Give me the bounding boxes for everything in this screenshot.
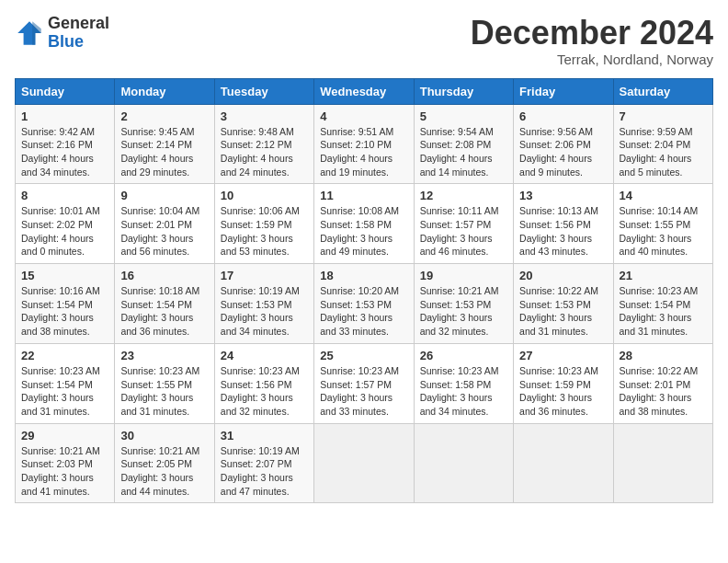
calendar-week-1: 1Sunrise: 9:42 AMSunset: 2:16 PMDaylight… bbox=[16, 104, 713, 184]
calendar-cell: 6Sunrise: 9:56 AMSunset: 2:06 PMDaylight… bbox=[514, 104, 613, 184]
day-info: Sunrise: 10:23 AMSunset: 1:57 PMDaylight… bbox=[320, 364, 407, 419]
day-info: Sunrise: 9:48 AMSunset: 2:12 PMDaylight:… bbox=[221, 125, 308, 179]
calendar-cell bbox=[613, 423, 712, 503]
day-info: Sunrise: 10:13 AMSunset: 1:56 PMDaylight… bbox=[519, 204, 607, 259]
day-number: 24 bbox=[221, 349, 308, 362]
day-number: 17 bbox=[221, 269, 308, 282]
calendar-cell: 5Sunrise: 9:54 AMSunset: 2:08 PMDaylight… bbox=[414, 104, 513, 184]
calendar-cell bbox=[414, 423, 513, 503]
day-info: Sunrise: 10:06 AMSunset: 1:59 PMDaylight… bbox=[221, 204, 308, 259]
page-header: General Blue December 2024 Terrak, Nordl… bbox=[15, 15, 713, 67]
day-number: 10 bbox=[221, 189, 308, 202]
day-info: Sunrise: 10:23 AMSunset: 1:54 PMDaylight… bbox=[21, 364, 108, 419]
calendar-cell: 20Sunrise: 10:22 AMSunset: 1:53 PMDaylig… bbox=[514, 264, 613, 344]
day-info: Sunrise: 10:14 AMSunset: 1:55 PMDaylight… bbox=[620, 204, 707, 259]
calendar-cell: 29Sunrise: 10:21 AMSunset: 2:03 PMDaylig… bbox=[16, 423, 115, 503]
calendar-week-3: 15Sunrise: 10:16 AMSunset: 1:54 PMDaylig… bbox=[16, 264, 713, 344]
calendar-cell: 19Sunrise: 10:21 AMSunset: 1:53 PMDaylig… bbox=[414, 264, 513, 344]
day-number: 4 bbox=[320, 109, 407, 123]
day-number: 19 bbox=[420, 269, 507, 282]
calendar-table: SundayMondayTuesdayWednesdayThursdayFrid… bbox=[15, 78, 713, 504]
calendar-cell: 9Sunrise: 10:04 AMSunset: 2:01 PMDayligh… bbox=[115, 184, 214, 264]
header-saturday: Saturday bbox=[613, 78, 712, 104]
location: Terrak, Nordland, Norway bbox=[471, 52, 713, 67]
day-info: Sunrise: 9:59 AMSunset: 2:04 PMDaylight:… bbox=[620, 125, 707, 179]
day-number: 30 bbox=[120, 429, 208, 442]
day-info: Sunrise: 9:54 AMSunset: 2:08 PMDaylight:… bbox=[420, 125, 507, 179]
calendar-cell: 10Sunrise: 10:06 AMSunset: 1:59 PMDaylig… bbox=[214, 184, 313, 264]
calendar-cell: 12Sunrise: 10:11 AMSunset: 1:57 PMDaylig… bbox=[414, 184, 513, 264]
header-monday: Monday bbox=[115, 78, 214, 104]
header-wednesday: Wednesday bbox=[314, 78, 414, 104]
calendar-header-row: SundayMondayTuesdayWednesdayThursdayFrid… bbox=[16, 78, 713, 104]
month-year: December 2024 bbox=[471, 15, 713, 52]
day-number: 12 bbox=[420, 189, 507, 202]
title-block: December 2024 Terrak, Nordland, Norway bbox=[471, 15, 713, 67]
svg-marker-1 bbox=[32, 21, 41, 45]
day-number: 14 bbox=[620, 189, 707, 202]
day-number: 20 bbox=[519, 269, 607, 282]
calendar-cell: 31Sunrise: 10:19 AMSunset: 2:07 PMDaylig… bbox=[214, 423, 313, 503]
calendar-week-2: 8Sunrise: 10:01 AMSunset: 2:02 PMDayligh… bbox=[16, 184, 713, 264]
day-info: Sunrise: 10:19 AMSunset: 1:53 PMDaylight… bbox=[221, 284, 308, 339]
day-number: 5 bbox=[420, 109, 507, 123]
day-info: Sunrise: 10:23 AMSunset: 1:54 PMDaylight… bbox=[620, 284, 707, 339]
calendar-cell: 11Sunrise: 10:08 AMSunset: 1:58 PMDaylig… bbox=[314, 184, 414, 264]
calendar-week-4: 22Sunrise: 10:23 AMSunset: 1:54 PMDaylig… bbox=[16, 343, 713, 423]
day-number: 23 bbox=[120, 349, 208, 362]
day-info: Sunrise: 10:23 AMSunset: 1:58 PMDaylight… bbox=[420, 364, 507, 419]
calendar-cell: 15Sunrise: 10:16 AMSunset: 1:54 PMDaylig… bbox=[16, 264, 115, 344]
calendar-week-5: 29Sunrise: 10:21 AMSunset: 2:03 PMDaylig… bbox=[16, 423, 713, 503]
day-number: 27 bbox=[519, 349, 607, 362]
calendar-cell: 24Sunrise: 10:23 AMSunset: 1:56 PMDaylig… bbox=[214, 343, 313, 423]
calendar-cell: 26Sunrise: 10:23 AMSunset: 1:58 PMDaylig… bbox=[414, 343, 513, 423]
header-friday: Friday bbox=[514, 78, 613, 104]
calendar-cell: 13Sunrise: 10:13 AMSunset: 1:56 PMDaylig… bbox=[514, 184, 613, 264]
day-number: 8 bbox=[21, 189, 108, 202]
day-info: Sunrise: 10:21 AMSunset: 1:53 PMDaylight… bbox=[420, 284, 507, 339]
calendar-cell: 2Sunrise: 9:45 AMSunset: 2:14 PMDaylight… bbox=[115, 104, 214, 184]
day-number: 7 bbox=[620, 109, 707, 123]
calendar-cell: 30Sunrise: 10:21 AMSunset: 2:05 PMDaylig… bbox=[115, 423, 214, 503]
day-number: 3 bbox=[221, 109, 308, 123]
day-info: Sunrise: 10:22 AMSunset: 1:53 PMDaylight… bbox=[519, 284, 607, 339]
day-number: 6 bbox=[519, 109, 607, 123]
calendar-cell: 3Sunrise: 9:48 AMSunset: 2:12 PMDaylight… bbox=[214, 104, 313, 184]
day-number: 22 bbox=[21, 349, 108, 362]
header-thursday: Thursday bbox=[414, 78, 513, 104]
day-number: 16 bbox=[120, 269, 208, 282]
day-info: Sunrise: 9:56 AMSunset: 2:06 PMDaylight:… bbox=[519, 125, 607, 179]
day-number: 31 bbox=[221, 429, 308, 442]
day-info: Sunrise: 9:45 AMSunset: 2:14 PMDaylight:… bbox=[120, 125, 208, 179]
calendar-cell: 23Sunrise: 10:23 AMSunset: 1:55 PMDaylig… bbox=[115, 343, 214, 423]
day-info: Sunrise: 10:20 AMSunset: 1:53 PMDaylight… bbox=[320, 284, 407, 339]
day-number: 28 bbox=[620, 349, 707, 362]
day-info: Sunrise: 10:19 AMSunset: 2:07 PMDaylight… bbox=[221, 444, 308, 499]
day-info: Sunrise: 10:04 AMSunset: 2:01 PMDaylight… bbox=[120, 204, 208, 259]
logo: General Blue bbox=[15, 15, 109, 52]
header-sunday: Sunday bbox=[16, 78, 115, 104]
day-number: 11 bbox=[320, 189, 407, 202]
day-info: Sunrise: 10:22 AMSunset: 2:01 PMDaylight… bbox=[620, 364, 707, 419]
day-info: Sunrise: 10:23 AMSunset: 1:55 PMDaylight… bbox=[120, 364, 208, 419]
day-number: 26 bbox=[420, 349, 507, 362]
calendar-cell: 1Sunrise: 9:42 AMSunset: 2:16 PMDaylight… bbox=[16, 104, 115, 184]
calendar-cell: 17Sunrise: 10:19 AMSunset: 1:53 PMDaylig… bbox=[214, 264, 313, 344]
calendar-cell: 16Sunrise: 10:18 AMSunset: 1:54 PMDaylig… bbox=[115, 264, 214, 344]
day-info: Sunrise: 10:01 AMSunset: 2:02 PMDaylight… bbox=[21, 204, 108, 259]
calendar-cell bbox=[314, 423, 414, 503]
calendar-cell: 7Sunrise: 9:59 AMSunset: 2:04 PMDaylight… bbox=[613, 104, 712, 184]
day-number: 13 bbox=[519, 189, 607, 202]
day-info: Sunrise: 10:08 AMSunset: 1:58 PMDaylight… bbox=[320, 204, 407, 259]
day-info: Sunrise: 10:16 AMSunset: 1:54 PMDaylight… bbox=[21, 284, 108, 339]
calendar-cell: 8Sunrise: 10:01 AMSunset: 2:02 PMDayligh… bbox=[16, 184, 115, 264]
day-info: Sunrise: 9:42 AMSunset: 2:16 PMDaylight:… bbox=[21, 125, 108, 179]
day-number: 25 bbox=[320, 349, 407, 362]
logo-text: General Blue bbox=[48, 15, 109, 52]
calendar-cell: 25Sunrise: 10:23 AMSunset: 1:57 PMDaylig… bbox=[314, 343, 414, 423]
calendar-cell: 18Sunrise: 10:20 AMSunset: 1:53 PMDaylig… bbox=[314, 264, 414, 344]
day-info: Sunrise: 10:11 AMSunset: 1:57 PMDaylight… bbox=[420, 204, 507, 259]
logo-icon bbox=[15, 18, 44, 48]
day-number: 2 bbox=[120, 109, 208, 123]
calendar-cell: 27Sunrise: 10:23 AMSunset: 1:59 PMDaylig… bbox=[514, 343, 613, 423]
